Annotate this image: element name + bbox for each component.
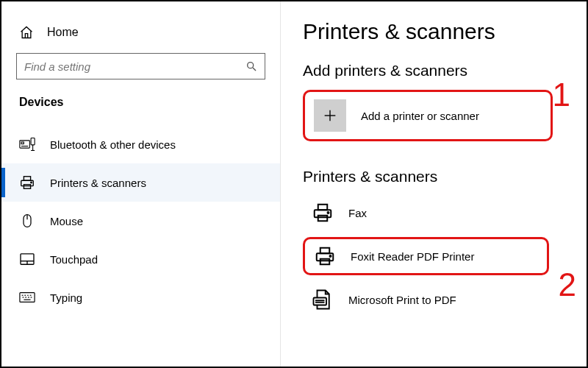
search-input[interactable] [24, 60, 245, 73]
printer-item-label: Foxit Reader PDF Printer [351, 250, 474, 263]
printer-item-foxit[interactable]: Foxit Reader PDF Printer [303, 237, 549, 275]
svg-point-11 [31, 182, 32, 183]
touchpad-icon [19, 251, 35, 267]
sidebar-item-touchpad[interactable]: Touchpad [1, 240, 280, 278]
keyboard-icon [19, 289, 35, 305]
print-to-pdf-icon [310, 287, 335, 312]
sidebar-nav-list: Bluetooth & other devices Printers & sca… [1, 125, 280, 316]
home-nav[interactable]: Home [1, 15, 280, 53]
svg-point-0 [248, 63, 254, 68]
sidebar: Home Devices [1, 1, 281, 367]
printer-icon [312, 244, 337, 269]
sidebar-item-typing[interactable]: Typing [1, 278, 280, 316]
sidebar-item-printers[interactable]: Printers & scanners [1, 163, 280, 202]
plus-icon [314, 99, 346, 132]
bt-devices-icon [19, 136, 35, 152]
spacer [303, 141, 564, 168]
svg-rect-31 [318, 216, 328, 222]
svg-rect-37 [314, 298, 327, 305]
annotation-step-1: 1 [553, 77, 570, 113]
settings-window: Home Devices [0, 0, 588, 368]
add-section-title: Add printers & scanners [303, 62, 564, 79]
sidebar-item-label: Touchpad [50, 253, 98, 266]
svg-point-36 [330, 255, 331, 257]
svg-rect-9 [24, 177, 30, 181]
svg-line-1 [253, 68, 256, 71]
sidebar-item-label: Bluetooth & other devices [50, 138, 176, 151]
home-icon [19, 25, 34, 40]
printer-item-label: Microsoft Print to PDF [348, 294, 456, 306]
printer-icon [19, 174, 35, 191]
svg-rect-34 [320, 248, 330, 254]
svg-rect-35 [320, 259, 330, 265]
printer-icon [310, 200, 335, 225]
printer-item-fax[interactable]: Fax [303, 196, 549, 230]
search-icon [245, 60, 257, 72]
printer-item-label: Fax [348, 207, 367, 219]
svg-rect-3 [21, 142, 24, 144]
svg-rect-10 [24, 185, 30, 189]
printer-item-ms-pdf[interactable]: Microsoft Print to PDF [303, 283, 549, 316]
page-title: Printers & scanners [303, 19, 564, 44]
mouse-icon [19, 213, 35, 229]
svg-rect-17 [20, 293, 35, 302]
search-container [1, 53, 280, 96]
svg-point-32 [328, 212, 329, 213]
svg-rect-30 [318, 205, 328, 210]
sidebar-item-bluetooth[interactable]: Bluetooth & other devices [1, 125, 280, 163]
annotation-step-2: 2 [559, 266, 576, 303]
sidebar-item-label: Mouse [50, 215, 83, 227]
sidebar-item-label: Typing [50, 291, 82, 304]
svg-rect-5 [31, 138, 35, 145]
printer-list: Fax Foxit Reader PDF Printer [303, 196, 564, 316]
home-label: Home [47, 26, 79, 39]
sidebar-item-label: Printers & scanners [50, 177, 146, 189]
sidebar-item-mouse[interactable]: Mouse [1, 202, 280, 240]
add-printer-button[interactable]: Add a printer or scanner [303, 90, 553, 141]
main-panel: Printers & scanners Add printers & scann… [281, 1, 587, 367]
sidebar-category-title: Devices [1, 96, 280, 125]
list-section-title: Printers & scanners [303, 168, 564, 185]
search-input-wrap[interactable] [16, 53, 265, 79]
add-printer-label: Add a printer or scanner [361, 110, 479, 122]
